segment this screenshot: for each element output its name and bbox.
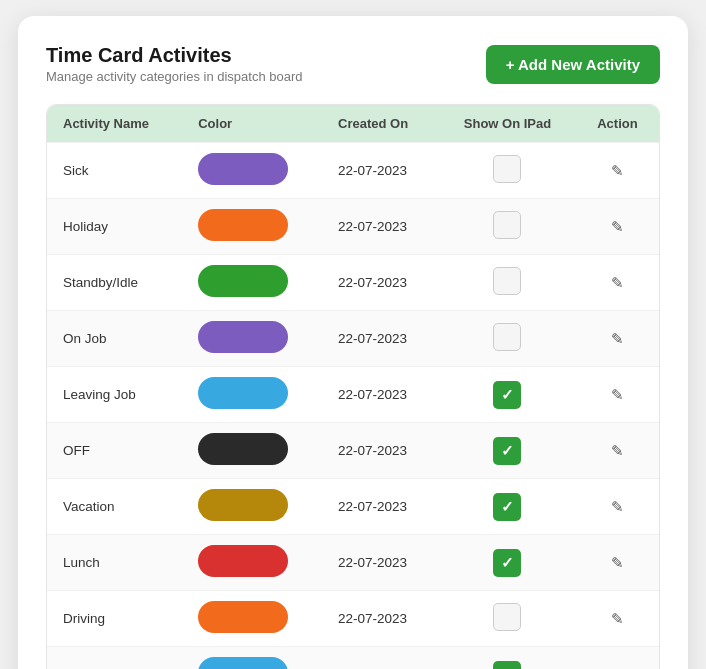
- color-pill: [198, 321, 288, 353]
- activity-name-cell: On Job: [47, 311, 182, 367]
- table-row: Sick22-07-2023✎: [47, 143, 659, 199]
- created-on-cell: 22-07-2023: [322, 367, 439, 423]
- activity-name-cell: Lunch: [47, 535, 182, 591]
- show-on-ipad-cell: [439, 255, 576, 311]
- show-on-ipad-cell: [439, 199, 576, 255]
- action-cell: ✎: [576, 479, 659, 535]
- table-row: Lunch22-07-2023✓✎: [47, 535, 659, 591]
- table-row: Driving22-07-2023✎: [47, 591, 659, 647]
- checkbox-checked-icon[interactable]: ✓: [493, 437, 521, 465]
- checkbox-checked-icon[interactable]: ✓: [493, 381, 521, 409]
- checkbox-unchecked-icon[interactable]: [493, 211, 521, 239]
- checkbox-checked-icon[interactable]: ✓: [493, 549, 521, 577]
- page-title: Time Card Activites: [46, 44, 303, 67]
- color-pill: [198, 545, 288, 577]
- col-color: Color: [182, 105, 322, 143]
- header-left: Time Card Activites Manage activity cate…: [46, 44, 303, 84]
- page-subtitle: Manage activity categories in dispatch b…: [46, 69, 303, 84]
- action-cell: ✎: [576, 367, 659, 423]
- color-pill: [198, 657, 288, 669]
- checkbox-checked-icon[interactable]: ✓: [493, 493, 521, 521]
- show-on-ipad-cell: ✓: [439, 423, 576, 479]
- color-pill: [198, 433, 288, 465]
- table-header: Activity Name Color Created On Show On I…: [47, 105, 659, 143]
- add-activity-button[interactable]: + Add New Activity: [486, 45, 660, 84]
- edit-button[interactable]: ✎: [603, 550, 632, 576]
- table-row: Standby/Idle22-07-2023✎: [47, 255, 659, 311]
- col-show-on-ipad: Show On IPad: [439, 105, 576, 143]
- activity-color-cell: [182, 535, 322, 591]
- activity-color-cell: [182, 255, 322, 311]
- created-on-cell: 22-07-2023: [322, 535, 439, 591]
- show-on-ipad-cell: ✓: [439, 479, 576, 535]
- activity-color-cell: [182, 423, 322, 479]
- color-pill: [198, 489, 288, 521]
- edit-button[interactable]: ✎: [603, 438, 632, 464]
- color-pill: [198, 377, 288, 409]
- created-on-cell: 22-07-2023: [322, 479, 439, 535]
- activity-name-cell: Leaving Job: [47, 367, 182, 423]
- created-on-cell: 22-07-2023: [322, 255, 439, 311]
- created-on-cell: 22-07-2023: [322, 423, 439, 479]
- show-on-ipad-cell: ✓: [439, 647, 576, 670]
- checkbox-checked-icon[interactable]: ✓: [493, 661, 521, 670]
- edit-button[interactable]: ✎: [603, 158, 632, 184]
- edit-button[interactable]: ✎: [603, 494, 632, 520]
- edit-button[interactable]: ✎: [603, 270, 632, 296]
- activities-table-wrap: Activity Name Color Created On Show On I…: [46, 104, 660, 669]
- action-cell: ✎: [576, 535, 659, 591]
- activity-name-cell: Sick: [47, 143, 182, 199]
- table-body: Sick22-07-2023✎Holiday22-07-2023✎Standby…: [47, 143, 659, 670]
- show-on-ipad-cell: [439, 311, 576, 367]
- col-created-on: Created On: [322, 105, 439, 143]
- checkbox-unchecked-icon[interactable]: [493, 323, 521, 351]
- activity-color-cell: [182, 311, 322, 367]
- color-pill: [198, 153, 288, 185]
- action-cell: ✎: [576, 311, 659, 367]
- color-pill: [198, 265, 288, 297]
- table-row: On Job22-07-2023✎: [47, 311, 659, 367]
- action-cell: ✎: [576, 199, 659, 255]
- table-row: Meeting22-07-2023✓✎: [47, 647, 659, 670]
- show-on-ipad-cell: ✓: [439, 367, 576, 423]
- activity-color-cell: [182, 143, 322, 199]
- edit-button[interactable]: ✎: [603, 214, 632, 240]
- activity-name-cell: Driving: [47, 591, 182, 647]
- created-on-cell: 22-07-2023: [322, 591, 439, 647]
- activity-name-cell: Holiday: [47, 199, 182, 255]
- action-cell: ✎: [576, 143, 659, 199]
- edit-button[interactable]: ✎: [603, 606, 632, 632]
- checkbox-unchecked-icon[interactable]: [493, 267, 521, 295]
- activity-name-cell: OFF: [47, 423, 182, 479]
- activities-table: Activity Name Color Created On Show On I…: [47, 105, 659, 669]
- edit-button[interactable]: ✎: [603, 326, 632, 352]
- main-card: Time Card Activites Manage activity cate…: [18, 16, 688, 669]
- show-on-ipad-cell: ✓: [439, 535, 576, 591]
- created-on-cell: 22-07-2023: [322, 199, 439, 255]
- created-on-cell: 22-07-2023: [322, 311, 439, 367]
- show-on-ipad-cell: [439, 591, 576, 647]
- color-pill: [198, 601, 288, 633]
- color-pill: [198, 209, 288, 241]
- activity-color-cell: [182, 647, 322, 670]
- activity-name-cell: Meeting: [47, 647, 182, 670]
- created-on-cell: 22-07-2023: [322, 143, 439, 199]
- activity-color-cell: [182, 199, 322, 255]
- action-cell: ✎: [576, 255, 659, 311]
- table-row: Leaving Job22-07-2023✓✎: [47, 367, 659, 423]
- checkbox-unchecked-icon[interactable]: [493, 603, 521, 631]
- show-on-ipad-cell: [439, 143, 576, 199]
- col-activity-name: Activity Name: [47, 105, 182, 143]
- activity-name-cell: Standby/Idle: [47, 255, 182, 311]
- edit-button[interactable]: ✎: [603, 662, 632, 670]
- activity-name-cell: Vacation: [47, 479, 182, 535]
- table-row: Vacation22-07-2023✓✎: [47, 479, 659, 535]
- table-row: Holiday22-07-2023✎: [47, 199, 659, 255]
- edit-button[interactable]: ✎: [603, 382, 632, 408]
- page-header: Time Card Activites Manage activity cate…: [46, 44, 660, 84]
- col-action: Action: [576, 105, 659, 143]
- activity-color-cell: [182, 367, 322, 423]
- checkbox-unchecked-icon[interactable]: [493, 155, 521, 183]
- activity-color-cell: [182, 591, 322, 647]
- action-cell: ✎: [576, 647, 659, 670]
